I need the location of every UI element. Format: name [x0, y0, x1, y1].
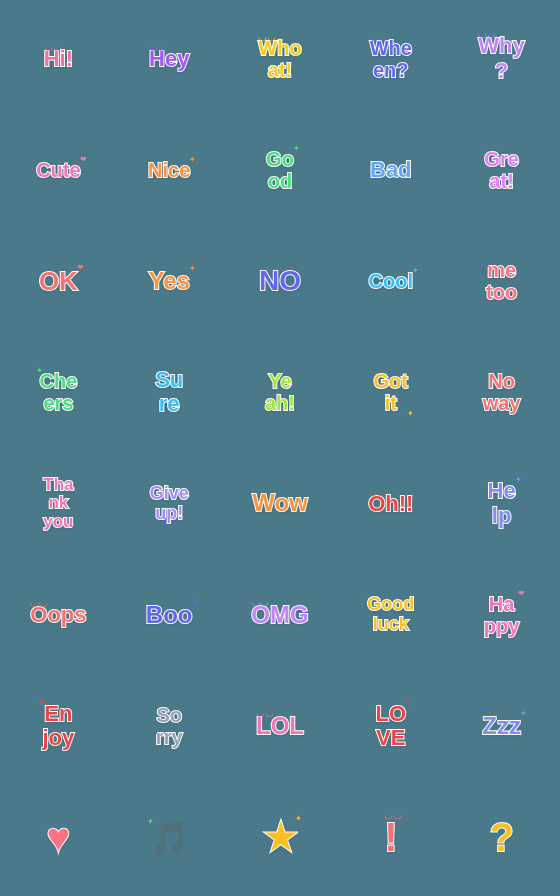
sticker-cell-zzz[interactable]: Zzz✦: [447, 672, 556, 781]
ghost-lol: ◡◡: [256, 707, 274, 718]
sticker-label-star: ★: [264, 818, 296, 858]
ghost-no: ◡◡: [259, 260, 277, 271]
sticker-label-nice: Nice: [148, 159, 190, 181]
sticker-label-wow: Wow: [252, 490, 308, 516]
sticker-cell-great[interactable]: Great!: [447, 115, 556, 224]
sticker-cell-enjoy[interactable]: Enjoy✦: [4, 672, 113, 781]
sticker-cell-hey[interactable]: Hey◡◡: [115, 4, 224, 113]
sticker-label-yes: Yes: [149, 268, 190, 294]
sticker-label-yeah: Yeah!: [265, 370, 295, 414]
deco-boo: ✦: [192, 598, 199, 607]
ghost-why: ◡◡: [478, 28, 496, 39]
deco-nice: ✦: [189, 155, 196, 164]
deco-happy: ❤: [518, 589, 525, 598]
sticker-cell-love[interactable]: LOVE♡: [336, 672, 445, 781]
ghost-when: ◡◡: [370, 31, 388, 42]
sticker-cell-question[interactable]: ?: [447, 783, 556, 892]
sticker-label-what: Whoat!: [258, 37, 301, 81]
deco-star: ✦: [295, 814, 302, 823]
sticker-cell-ok[interactable]: OK❤: [4, 227, 113, 336]
sticker-cell-heart[interactable]: ♥: [4, 783, 113, 892]
sticker-cell-when[interactable]: Wheen?◡◡: [336, 4, 445, 113]
sticker-cell-star[interactable]: ★✦: [226, 783, 335, 892]
sticker-cell-what[interactable]: Whoat!◡◡: [226, 4, 335, 113]
sticker-cell-sure[interactable]: Sure: [115, 338, 224, 447]
sticker-cell-thankyou[interactable]: Thankyou: [4, 449, 113, 558]
deco-love: ♡: [405, 698, 412, 707]
sticker-cell-wow[interactable]: Wow: [226, 449, 335, 558]
ghost-oops: ◡◡: [30, 597, 48, 608]
sticker-cell-gotit[interactable]: Gotit✦: [336, 338, 445, 447]
sticker-cell-help[interactable]: Help✦: [447, 449, 556, 558]
sticker-cell-metoo[interactable]: metoo: [447, 227, 556, 336]
sticker-cell-good[interactable]: Good✦: [226, 115, 335, 224]
sticker-label-heart: ♥: [47, 815, 71, 859]
sticker-cell-no[interactable]: NO◡◡: [226, 227, 335, 336]
sticker-label-zzz: Zzz: [482, 713, 521, 739]
sticker-cell-nice[interactable]: Nice✦: [115, 115, 224, 224]
deco-music: ✦: [147, 817, 154, 826]
ghost-what: ◡◡: [258, 31, 276, 42]
deco-cute: ❤: [80, 155, 87, 164]
sticker-label-help: Help: [488, 479, 516, 527]
sticker-label-thankyou: Thankyou: [43, 476, 73, 532]
sticker-cell-giveup[interactable]: Giveup!: [115, 449, 224, 558]
sticker-label-noway: Noway: [483, 370, 521, 414]
sticker-cell-happy[interactable]: Happy❤: [447, 560, 556, 669]
ghost-hi: ◡◡: [44, 41, 62, 52]
sticker-cell-cute[interactable]: Cute❤: [4, 115, 113, 224]
sticker-cell-goodluck[interactable]: Goodluck: [336, 560, 445, 669]
sticker-label-goodluck: Goodluck: [367, 595, 414, 635]
deco-cool: ✦: [412, 266, 419, 275]
sticker-cell-why[interactable]: Why?◡◡: [447, 4, 556, 113]
sticker-cell-cheers[interactable]: Cheers✦: [4, 338, 113, 447]
deco-yes: ✦: [189, 264, 196, 273]
sticker-cell-hi[interactable]: Hi!◡◡: [4, 4, 113, 113]
ghost-exclaim: ◡◡: [384, 809, 402, 820]
sticker-cell-yeah[interactable]: Yeah!: [226, 338, 335, 447]
sticker-cell-omg[interactable]: OMG◡◡: [226, 560, 335, 669]
sticker-cell-cool[interactable]: Cool✦: [336, 227, 445, 336]
deco-help: ✦: [515, 475, 522, 484]
sticker-label-exclaim: !: [384, 815, 397, 859]
sticker-label-bad: Bad: [370, 158, 412, 182]
sticker-label-gotit: Gotit: [374, 370, 408, 414]
deco-good: ✦: [293, 144, 300, 153]
sticker-cell-sorry[interactable]: Sorry: [115, 672, 224, 781]
deco-ok: ❤: [77, 263, 84, 272]
sticker-cell-yes[interactable]: Yes✦: [115, 227, 224, 336]
sticker-label-good: Good: [266, 148, 294, 192]
sticker-label-music: 🎵: [151, 821, 188, 854]
sticker-label-when: Wheen?: [370, 37, 412, 81]
sticker-label-enjoy: Enjoy: [43, 702, 75, 750]
sticker-label-cool: Cool: [369, 270, 413, 292]
ghost-hey: ◡◡: [149, 41, 167, 52]
sticker-label-ok: OK: [39, 267, 78, 296]
sticker-cell-lol[interactable]: LOL◡◡: [226, 672, 335, 781]
sticker-cell-noway[interactable]: Noway: [447, 338, 556, 447]
deco-gotit: ✦: [407, 409, 414, 418]
sticker-label-question: ?: [489, 815, 513, 859]
deco-enjoy: ✦: [39, 698, 46, 707]
sticker-cell-music[interactable]: 🎵✦: [115, 783, 224, 892]
sticker-label-love: LOVE: [376, 702, 407, 750]
sticker-label-giveup: Giveup!: [150, 484, 189, 524]
sticker-label-sorry: Sorry: [156, 704, 183, 748]
sticker-cell-exclaim[interactable]: !◡◡: [336, 783, 445, 892]
sticker-cell-oh[interactable]: Oh!!◡◡: [336, 449, 445, 558]
ghost-omg: ◡◡: [251, 596, 269, 607]
sticker-label-cute: Cute: [36, 159, 80, 181]
sticker-cell-oops[interactable]: Oops◡◡: [4, 560, 113, 669]
sticker-label-boo: Boo: [146, 602, 193, 628]
deco-zzz: ✦: [520, 709, 527, 718]
sticker-cell-bad[interactable]: Bad: [336, 115, 445, 224]
sticker-label-happy: Happy: [484, 593, 520, 637]
sticker-label-why: Why?: [478, 34, 524, 82]
sticker-label-cheers: Cheers: [40, 370, 78, 414]
sticker-label-metoo: metoo: [486, 259, 517, 303]
sticker-label-sure: Sure: [155, 368, 183, 416]
sticker-cell-boo[interactable]: Boo✦: [115, 560, 224, 669]
sticker-label-great: Great!: [484, 148, 518, 192]
sticker-grid: Hi!◡◡Hey◡◡Whoat!◡◡Wheen?◡◡Why?◡◡Cute❤Nic…: [0, 0, 560, 896]
deco-cheers: ✦: [36, 366, 43, 375]
